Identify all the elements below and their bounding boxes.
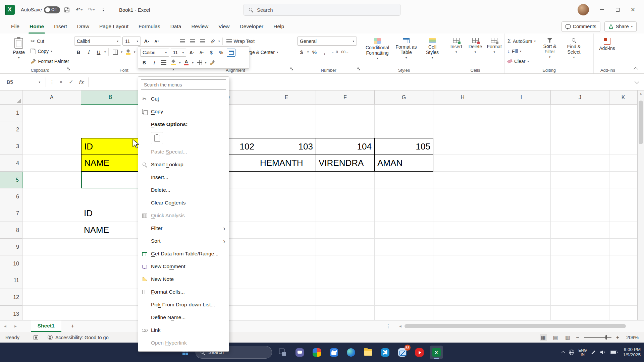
formula-bar-handle[interactable]: ⋮ xyxy=(48,79,56,85)
format-cells-button[interactable]: Format▾ xyxy=(485,36,503,67)
cell-B11[interactable] xyxy=(81,272,140,289)
align-middle-button[interactable] xyxy=(188,37,197,46)
tab-file[interactable]: File xyxy=(6,19,24,34)
cell-A6[interactable] xyxy=(22,188,81,205)
cell-J1[interactable] xyxy=(551,105,609,121)
cell-G9[interactable] xyxy=(375,239,433,255)
battery-icon[interactable] xyxy=(610,351,617,354)
cell-F13[interactable] xyxy=(316,306,375,320)
paste-option-button[interactable] xyxy=(151,132,163,144)
sort-filter-button[interactable]: Sort & Filter▾ xyxy=(538,36,561,67)
mini-italic-button[interactable]: I xyxy=(150,59,158,67)
cell-B10[interactable] xyxy=(81,255,140,272)
name-box[interactable]: B5▾ xyxy=(3,76,44,88)
mini-increase-font-button[interactable]: A▴ xyxy=(188,49,196,57)
cell-A2[interactable] xyxy=(22,121,81,138)
cell-K5[interactable] xyxy=(609,172,637,188)
cell-I7[interactable] xyxy=(492,205,551,222)
cell-F9[interactable] xyxy=(316,239,375,255)
cell-G6[interactable] xyxy=(375,188,433,205)
menu-search-input[interactable] xyxy=(144,82,223,87)
cell-E1[interactable] xyxy=(257,105,316,121)
new-sheet-button[interactable]: + xyxy=(69,322,77,330)
number-dialog-launcher[interactable] xyxy=(357,66,361,72)
scroll-up-icon[interactable]: ▲ xyxy=(638,92,644,95)
fill-button[interactable]: ↓Fill▾ xyxy=(506,47,537,56)
cell-B13[interactable] xyxy=(81,306,140,320)
cell-F5[interactable] xyxy=(316,172,375,188)
format-painter-button[interactable]: Format Painter xyxy=(29,57,70,66)
cell-K6[interactable] xyxy=(609,188,637,205)
clear-button[interactable]: Clear▾ xyxy=(506,57,537,66)
page-layout-view-button[interactable]: ▤ xyxy=(552,334,559,341)
cell-H9[interactable] xyxy=(433,239,492,255)
cell-F4[interactable]: VIRENDRA xyxy=(316,155,375,172)
horizontal-scrollbar[interactable] xyxy=(402,324,635,328)
cell-E4[interactable]: HEMANTH xyxy=(257,155,316,172)
cell-J12[interactable] xyxy=(551,289,609,306)
delete-cells-button[interactable]: Delete▾ xyxy=(467,36,484,67)
decrease-decimal-button[interactable]: .00→ xyxy=(340,48,349,56)
cell-E2[interactable] xyxy=(257,121,316,138)
youtube-icon[interactable] xyxy=(413,346,426,359)
cell-E10[interactable] xyxy=(257,255,316,272)
cell-styles-button[interactable]: Cell Styles ▾ xyxy=(421,36,443,67)
menu-item-format-cells[interactable]: Format Cells... xyxy=(138,286,229,298)
cell-A13[interactable] xyxy=(22,306,81,320)
tab-draw[interactable]: Draw xyxy=(72,19,94,34)
save-button[interactable] xyxy=(62,4,72,15)
row-header-2[interactable]: 2 xyxy=(0,121,22,138)
cell-H12[interactable] xyxy=(433,289,492,306)
horizontal-scrollbar-thumb[interactable] xyxy=(405,324,626,328)
quick-access-toolbar-button[interactable]: ▾ xyxy=(98,4,108,15)
cell-G8[interactable] xyxy=(375,222,433,239)
cell-E8[interactable] xyxy=(257,222,316,239)
mini-bold-button[interactable]: B xyxy=(140,59,148,67)
cell-B9[interactable] xyxy=(81,239,140,255)
cell-K2[interactable] xyxy=(609,121,637,138)
cell-I11[interactable] xyxy=(492,272,551,289)
cell-B12[interactable] xyxy=(81,289,140,306)
cell-G11[interactable] xyxy=(375,272,433,289)
cell-G5[interactable] xyxy=(375,172,433,188)
mini-fill-color-button[interactable] xyxy=(169,59,177,67)
cell-G1[interactable] xyxy=(375,105,433,121)
photos-icon[interactable] xyxy=(310,346,323,359)
mini-decrease-font-button[interactable]: A▾ xyxy=(198,49,206,57)
cell-A5[interactable] xyxy=(22,172,81,188)
column-header-A[interactable]: A xyxy=(22,90,81,105)
accessibility-status[interactable]: Accessibility: Good to go xyxy=(55,335,109,340)
cell-A10[interactable] xyxy=(22,255,81,272)
outlook-icon[interactable]: 58 xyxy=(395,346,409,359)
cell-H5[interactable] xyxy=(433,172,492,188)
cell-I3[interactable] xyxy=(492,138,551,155)
redo-button[interactable]: ↷▾ xyxy=(86,4,96,15)
undo-button[interactable]: ↶▾ xyxy=(74,4,84,15)
cell-B4[interactable]: NAME xyxy=(81,155,140,172)
underline-button[interactable]: U xyxy=(94,48,103,56)
cell-H6[interactable] xyxy=(433,188,492,205)
minimize-button[interactable] xyxy=(594,3,610,16)
cell-J10[interactable] xyxy=(551,255,609,272)
mini-accounting-button[interactable]: $ xyxy=(207,49,215,57)
excel-icon[interactable] xyxy=(430,346,443,359)
sheet-tab-sheet1[interactable]: Sheet1 xyxy=(31,320,61,332)
cell-I10[interactable] xyxy=(492,255,551,272)
autosum-button[interactable]: ΣAutoSum▾ xyxy=(506,37,537,46)
menu-search-box[interactable] xyxy=(141,79,226,90)
row-header-10[interactable]: 10 xyxy=(0,255,22,272)
row-header-3[interactable]: 3 xyxy=(0,138,22,155)
row-header-5[interactable]: 5 xyxy=(0,172,22,188)
cell-B6[interactable] xyxy=(81,188,140,205)
cell-H13[interactable] xyxy=(433,306,492,320)
tab-help[interactable]: Help xyxy=(268,19,289,34)
cell-K4[interactable] xyxy=(609,155,637,172)
menu-item-cut[interactable]: ✂Cut xyxy=(138,93,229,105)
menu-item-open-hyperlink[interactable]: Open Hyperlink xyxy=(138,337,229,349)
edge-icon[interactable] xyxy=(344,346,358,359)
cell-H11[interactable] xyxy=(433,272,492,289)
network-icon[interactable] xyxy=(569,350,574,355)
cancel-button[interactable]: × xyxy=(56,76,66,88)
cell-G2[interactable] xyxy=(375,121,433,138)
align-top-button[interactable] xyxy=(178,37,187,46)
